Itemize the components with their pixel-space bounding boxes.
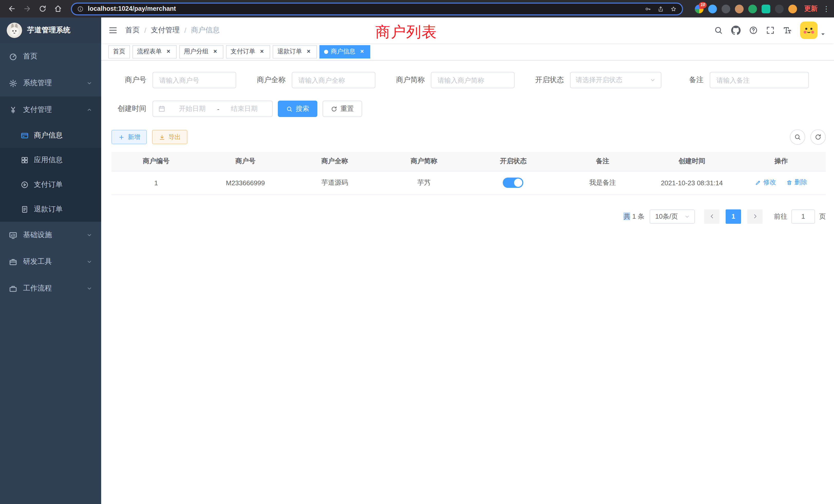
- cell-short-name: 芋艿: [379, 171, 468, 194]
- breadcrumb-home[interactable]: 首页: [125, 26, 140, 35]
- sidebar-item-app-info[interactable]: 应用信息: [0, 148, 101, 173]
- sidebar-item-infrastructure[interactable]: 基础设施: [0, 222, 101, 248]
- add-button[interactable]: 新增: [111, 130, 147, 144]
- delete-button[interactable]: 删除: [786, 178, 807, 187]
- close-icon[interactable]: [212, 48, 219, 55]
- sidebar-item-home[interactable]: 首页: [0, 43, 101, 70]
- breadcrumb-separator: [184, 26, 186, 35]
- sidebar-item-workflow[interactable]: 工作流程: [0, 275, 101, 302]
- address-bar[interactable]: localhost:1024/pay/merchant: [71, 2, 683, 15]
- browser-menu-icon[interactable]: ⋮: [823, 5, 829, 13]
- sidebar-item-payment[interactable]: 支付管理: [0, 96, 101, 123]
- annotation-text: 商户列表: [375, 22, 437, 43]
- bookmark-star-icon[interactable]: [670, 5, 677, 12]
- extension-badge: 10: [699, 2, 707, 8]
- table-header-row: 商户编号 商户号 商户全称 商户简称 开启状态 备注 创建时间 操作: [111, 152, 826, 171]
- tags-bar: 首页 流程表单 用户分组 支付订单 退款订单 商户信息: [101, 43, 834, 61]
- caret-down-icon[interactable]: [820, 31, 826, 37]
- chevron-down-icon: [86, 80, 92, 86]
- status-toggle[interactable]: [503, 178, 524, 188]
- hamburger-icon[interactable]: [108, 26, 117, 35]
- extension-dark-circle-icon[interactable]: [722, 4, 730, 13]
- page-size-select[interactable]: 10条/页: [650, 209, 695, 224]
- extension-drop-icon[interactable]: [708, 4, 717, 13]
- pencil-icon: [755, 180, 761, 186]
- full-name-input[interactable]: [292, 72, 375, 88]
- github-icon[interactable]: [731, 25, 741, 36]
- active-dot: [324, 49, 328, 54]
- goto-unit: 页: [819, 212, 826, 221]
- col-full-name: 商户全称: [290, 152, 379, 171]
- update-button[interactable]: 更新: [804, 4, 817, 13]
- main-area: 首页 支付管理 商户信息 商户列表: [101, 18, 834, 504]
- close-icon[interactable]: [358, 48, 366, 55]
- remark-input[interactable]: [710, 72, 809, 88]
- goto-page-input[interactable]: [791, 209, 815, 224]
- col-remark: 备注: [558, 152, 647, 171]
- extension-avatar-icon[interactable]: [735, 4, 744, 13]
- fullscreen-icon[interactable]: [766, 26, 775, 35]
- full-name-label: 商户全称: [250, 75, 286, 85]
- password-key-icon[interactable]: [644, 5, 651, 12]
- chevron-down-icon: [86, 232, 92, 238]
- breadcrumb-payment[interactable]: 支付管理: [151, 26, 180, 35]
- refresh-table-button[interactable]: [810, 129, 826, 145]
- sidebar-item-refund-order[interactable]: 退款订单: [0, 197, 101, 222]
- browser-back-button[interactable]: [5, 2, 19, 16]
- browser-reload-button[interactable]: [36, 2, 49, 16]
- forward-arrow-icon: [23, 5, 31, 13]
- sidebar-item-devtools[interactable]: 研发工具: [0, 248, 101, 275]
- tab-refund-order[interactable]: 退款订单: [273, 45, 317, 58]
- status-select[interactable]: 请选择开启状态: [570, 72, 661, 88]
- extension-green-square-icon[interactable]: [762, 4, 770, 13]
- browser-home-button[interactable]: [51, 2, 65, 16]
- create-time-range-picker[interactable]: 开始日期 - 结束日期: [153, 100, 273, 117]
- merchant-no-input[interactable]: [153, 72, 236, 88]
- search-icon[interactable]: [714, 26, 723, 35]
- search-button[interactable]: 搜索: [278, 100, 317, 117]
- prev-page-button[interactable]: [704, 209, 720, 224]
- extension-puzzle-icon[interactable]: [775, 4, 784, 13]
- site-info-icon[interactable]: [77, 5, 84, 12]
- tab-process-form[interactable]: 流程表单: [132, 45, 177, 58]
- sidebar-item-merchant-info[interactable]: 商户信息: [0, 123, 101, 148]
- extension-green-circle-icon[interactable]: [748, 4, 757, 13]
- extension-orange-avatar-icon[interactable]: [788, 4, 797, 13]
- sidebar-item-pay-order[interactable]: 支付订单: [0, 173, 101, 197]
- export-button[interactable]: 导出: [152, 130, 188, 144]
- plus-icon: [118, 134, 125, 140]
- date-end-placeholder: 结束日期: [221, 104, 267, 113]
- tab-merchant-info[interactable]: 商户信息: [320, 45, 370, 58]
- reset-button[interactable]: 重置: [323, 100, 362, 117]
- tab-home[interactable]: 首页: [108, 45, 130, 58]
- font-size-icon[interactable]: [783, 26, 792, 35]
- short-name-input[interactable]: [431, 72, 514, 88]
- tab-pay-order[interactable]: 支付订单: [226, 45, 270, 58]
- sidebar-menu: 首页 系统管理 支付管理 商户信息: [0, 43, 101, 302]
- page-1-button[interactable]: 1: [726, 209, 741, 224]
- close-icon[interactable]: [305, 48, 312, 55]
- home-icon: [54, 5, 62, 13]
- sidebar-item-system[interactable]: 系统管理: [0, 70, 101, 96]
- edit-button[interactable]: 修改: [755, 178, 776, 187]
- extension-pinwheel-icon[interactable]: 10: [695, 4, 704, 13]
- toggle-search-button[interactable]: [790, 129, 805, 145]
- chevron-down-icon: [86, 285, 92, 292]
- help-icon[interactable]: [749, 26, 758, 35]
- share-icon[interactable]: [657, 5, 664, 12]
- chevron-down-icon: [650, 77, 656, 83]
- workflow-icon: [9, 284, 18, 293]
- col-actions: 操作: [737, 152, 826, 171]
- close-icon[interactable]: [165, 48, 172, 55]
- browser-forward-button[interactable]: [21, 2, 34, 16]
- close-icon[interactable]: [258, 48, 265, 55]
- app-logo[interactable]: 芋道管理系统: [0, 18, 101, 43]
- tab-user-group[interactable]: 用户分组: [179, 45, 223, 58]
- gear-icon: [9, 79, 18, 88]
- grid-icon: [21, 156, 29, 164]
- short-name-label: 商户简称: [390, 75, 425, 85]
- col-status: 开启状态: [468, 152, 558, 171]
- user-avatar[interactable]: [800, 22, 817, 39]
- cell-status: [468, 171, 558, 194]
- next-page-button[interactable]: [747, 209, 763, 224]
